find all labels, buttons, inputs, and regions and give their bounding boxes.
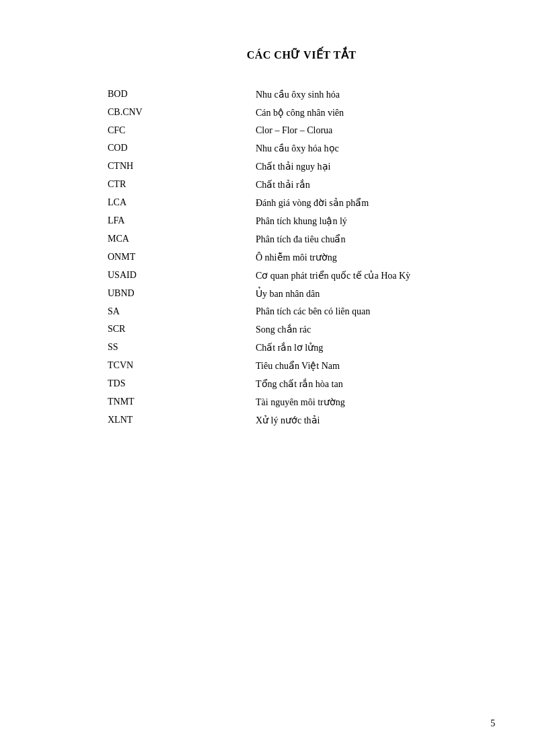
abbreviation-code: COD bbox=[108, 139, 256, 158]
abbreviation-code: UBND bbox=[108, 285, 256, 303]
list-item: SSChất rắn lơ lửng bbox=[108, 339, 495, 357]
abbreviation-code: SCR bbox=[108, 320, 256, 339]
abbreviation-code: SA bbox=[108, 303, 256, 320]
list-item: SCRSong chắn rác bbox=[108, 320, 495, 339]
list-item: CB.CNVCán bộ công nhân viên bbox=[108, 104, 495, 122]
abbreviation-code: CFC bbox=[108, 122, 256, 139]
list-item: CTNHChất thải nguy hại bbox=[108, 158, 495, 176]
abbreviation-meaning: Chất rắn lơ lửng bbox=[256, 339, 495, 357]
abbreviation-code: CTR bbox=[108, 176, 256, 194]
list-item: UBNDỦy ban nhân dân bbox=[108, 285, 495, 303]
abbreviation-meaning: Cơ quan phát triển quốc tế của Hoa Kỳ bbox=[256, 267, 495, 285]
list-item: TDSTổng chất rắn hòa tan bbox=[108, 375, 495, 393]
abbreviation-meaning: Clor – Flor – Clorua bbox=[256, 122, 495, 139]
abbreviation-meaning: Chất thải rắn bbox=[256, 176, 495, 194]
abbreviation-code: ONMT bbox=[108, 248, 256, 267]
abbreviation-code: SS bbox=[108, 339, 256, 357]
abbreviation-code: MCA bbox=[108, 230, 256, 248]
abbreviation-code: LFA bbox=[108, 212, 256, 230]
abbreviation-code: TNMT bbox=[108, 393, 256, 411]
abbreviation-code: CTNH bbox=[108, 158, 256, 176]
list-item: LCAĐánh giá vòng đời sản phẩm bbox=[108, 194, 495, 212]
list-item: TNMTTài nguyên môi trường bbox=[108, 393, 495, 411]
abbreviation-code: CB.CNV bbox=[108, 104, 256, 122]
abbreviation-code: BOD bbox=[108, 85, 256, 104]
list-item: USAIDCơ quan phát triển quốc tế của Hoa … bbox=[108, 267, 495, 285]
abbreviation-code: XLNT bbox=[108, 411, 256, 429]
abbreviation-meaning: Xử lý nước thải bbox=[256, 411, 495, 429]
abbreviation-meaning: Đánh giá vòng đời sản phẩm bbox=[256, 194, 495, 212]
abbreviation-code: USAID bbox=[108, 267, 256, 285]
abbreviation-meaning: Nhu cầu ôxy sinh hóa bbox=[256, 85, 495, 104]
list-item: ONMTÔ nhiễm môi trường bbox=[108, 248, 495, 267]
abbreviation-code: TCVN bbox=[108, 357, 256, 375]
abbreviation-meaning: Song chắn rác bbox=[256, 320, 495, 339]
list-item: SAPhân tích các bên có liên quan bbox=[108, 303, 495, 320]
abbreviation-meaning: Tiêu chuẩn Việt Nam bbox=[256, 357, 495, 375]
abbreviation-meaning: Chất thải nguy hại bbox=[256, 158, 495, 176]
list-item: LFAPhân tích khung luận lý bbox=[108, 212, 495, 230]
abbreviation-code: LCA bbox=[108, 194, 256, 212]
abbreviation-meaning: Tài nguyên môi trường bbox=[256, 393, 495, 411]
list-item: MCAPhân tích đa tiêu chuẩn bbox=[108, 230, 495, 248]
list-item: CTRChất thải rắn bbox=[108, 176, 495, 194]
page-title: CÁC CHỮ VIẾT TẮT bbox=[108, 48, 495, 61]
list-item: TCVNTiêu chuẩn Việt Nam bbox=[108, 357, 495, 375]
abbreviation-meaning: Cán bộ công nhân viên bbox=[256, 104, 495, 122]
abbreviation-table: BODNhu cầu ôxy sinh hóaCB.CNVCán bộ công… bbox=[108, 85, 495, 429]
page: CÁC CHỮ VIẾT TẮT BODNhu cầu ôxy sinh hóa… bbox=[0, 0, 549, 756]
list-item: CFCClor – Flor – Clorua bbox=[108, 122, 495, 139]
abbreviation-code: TDS bbox=[108, 375, 256, 393]
abbreviation-meaning: Nhu cầu ôxy hóa học bbox=[256, 139, 495, 158]
abbreviation-meaning: Phân tích các bên có liên quan bbox=[256, 303, 495, 320]
list-item: XLNTXử lý nước thải bbox=[108, 411, 495, 429]
abbreviation-meaning: Phân tích khung luận lý bbox=[256, 212, 495, 230]
abbreviation-meaning: Phân tích đa tiêu chuẩn bbox=[256, 230, 495, 248]
page-number: 5 bbox=[490, 718, 495, 729]
abbreviation-meaning: Ô nhiễm môi trường bbox=[256, 248, 495, 267]
list-item: CODNhu cầu ôxy hóa học bbox=[108, 139, 495, 158]
list-item: BODNhu cầu ôxy sinh hóa bbox=[108, 85, 495, 104]
abbreviation-meaning: Tổng chất rắn hòa tan bbox=[256, 375, 495, 393]
abbreviation-meaning: Ủy ban nhân dân bbox=[256, 285, 495, 303]
